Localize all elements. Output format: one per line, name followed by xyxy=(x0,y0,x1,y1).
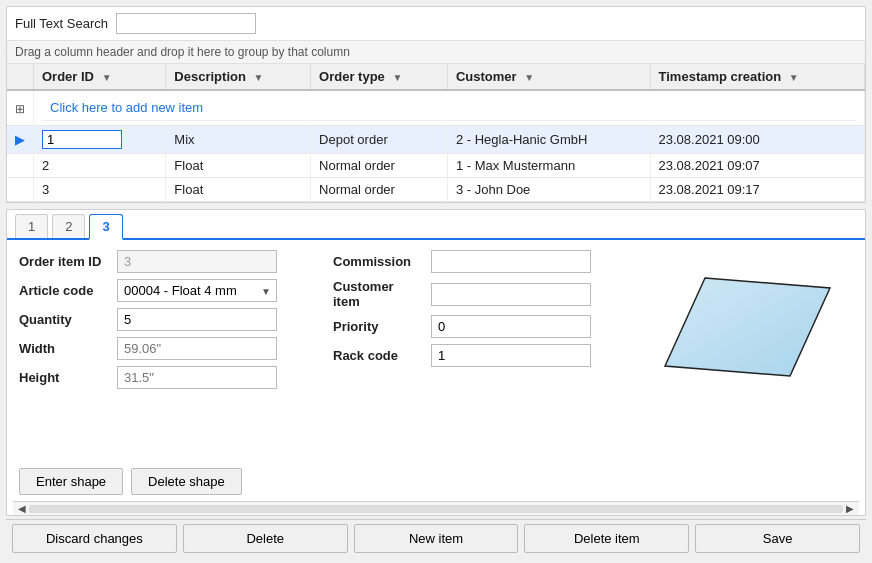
col-description[interactable]: Description ▼ xyxy=(166,64,311,90)
sort-icon-order-id: ▼ xyxy=(102,72,112,83)
label-commission: Commission xyxy=(333,254,423,269)
label-order-item-id: Order item ID xyxy=(19,254,109,269)
delete-item-button[interactable]: Delete item xyxy=(524,524,689,553)
form-row-priority: Priority xyxy=(333,315,637,338)
article-code-wrapper: 00004 - Float 4 mm ▼ xyxy=(117,279,277,302)
horizontal-scrollbar[interactable]: ◀ ▶ xyxy=(13,501,859,515)
select-article-code[interactable]: 00004 - Float 4 mm xyxy=(117,279,277,302)
form-row-article-code: Article code 00004 - Float 4 mm ▼ xyxy=(19,279,323,302)
input-rack-code[interactable] xyxy=(431,344,591,367)
input-commission[interactable] xyxy=(431,250,591,273)
form-area: Order item ID Article code 00004 - Float… xyxy=(7,240,865,462)
input-height[interactable] xyxy=(117,366,277,389)
cell-description-3: Float xyxy=(166,178,311,202)
shape-svg xyxy=(655,258,845,398)
cell-timestamp-3: 23.08.2021 09:17 xyxy=(650,178,864,202)
top-panel: Full Text Search Drag a column header an… xyxy=(6,6,866,203)
form-left: Order item ID Article code 00004 - Float… xyxy=(19,250,323,452)
label-article-code: Article code xyxy=(19,283,109,298)
cell-order-type-2: Normal order xyxy=(311,154,448,178)
sort-icon-timestamp: ▼ xyxy=(789,72,799,83)
table-row[interactable]: 3 Float Normal order 3 - John Doe 23.08.… xyxy=(7,178,865,202)
tab-2[interactable]: 2 xyxy=(52,214,85,238)
cell-timestamp-1: 23.08.2021 09:00 xyxy=(650,126,864,154)
cell-customer-1: 2 - Hegla-Hanic GmbH xyxy=(447,126,650,154)
form-row-customer-item: Customer item xyxy=(333,279,637,309)
tab-1[interactable]: 1 xyxy=(15,214,48,238)
form-row-rack-code: Rack code xyxy=(333,344,637,367)
row-indicator-1: ▶ xyxy=(7,126,34,154)
col-order-type[interactable]: Order type ▼ xyxy=(311,64,448,90)
shape-area xyxy=(647,250,853,452)
add-new-link[interactable]: Click here to add new item xyxy=(42,95,856,121)
delete-shape-button[interactable]: Delete shape xyxy=(131,468,242,495)
label-quantity: Quantity xyxy=(19,312,109,327)
cell-order-id-2: 2 xyxy=(34,154,166,178)
row-indicator-3 xyxy=(7,178,34,202)
cell-customer-3: 3 - John Doe xyxy=(447,178,650,202)
cell-order-type-3: Normal order xyxy=(311,178,448,202)
table-row[interactable]: 2 Float Normal order 1 - Max Mustermann … xyxy=(7,154,865,178)
form-row-order-item-id: Order item ID xyxy=(19,250,323,273)
grid-icon: ⊞ xyxy=(15,102,25,116)
enter-shape-button[interactable]: Enter shape xyxy=(19,468,123,495)
cell-customer-2: 1 - Max Mustermann xyxy=(447,154,650,178)
main-container: Full Text Search Drag a column header an… xyxy=(0,0,872,563)
new-item-button[interactable]: New item xyxy=(354,524,519,553)
search-label: Full Text Search xyxy=(15,16,108,31)
edit-order-id-1[interactable] xyxy=(42,130,122,149)
svg-marker-0 xyxy=(665,278,830,376)
table-row[interactable]: ▶ Mix Depot order 2 - Hegla-Hanic GmbH 2… xyxy=(7,126,865,154)
scrollbar-track[interactable] xyxy=(29,505,843,513)
shape-buttons-row: Enter shape Delete shape xyxy=(7,462,865,501)
label-rack-code: Rack code xyxy=(333,348,423,363)
label-height: Height xyxy=(19,370,109,385)
input-quantity[interactable] xyxy=(117,308,277,331)
input-customer-item[interactable] xyxy=(431,283,591,306)
row-indicator-2 xyxy=(7,154,34,178)
label-customer-item: Customer item xyxy=(333,279,423,309)
delete-button[interactable]: Delete xyxy=(183,524,348,553)
form-row-height: Height xyxy=(19,366,323,389)
input-width[interactable] xyxy=(117,337,277,360)
col-timestamp[interactable]: Timestamp creation ▼ xyxy=(650,64,864,90)
add-new-row[interactable]: ⊞ Click here to add new item xyxy=(7,90,865,126)
sort-icon-customer: ▼ xyxy=(524,72,534,83)
form-right: Commission Customer item Priority Rack c… xyxy=(333,250,637,452)
cell-order-id-3: 3 xyxy=(34,178,166,202)
sort-icon-order-type: ▼ xyxy=(392,72,402,83)
shape-canvas xyxy=(655,258,845,398)
cell-order-type-1: Depot order xyxy=(311,126,448,154)
input-order-item-id[interactable] xyxy=(117,250,277,273)
col-order-id[interactable]: Order ID ▼ xyxy=(34,64,166,90)
form-row-quantity: Quantity xyxy=(19,308,323,331)
form-row-commission: Commission xyxy=(333,250,637,273)
label-priority: Priority xyxy=(333,319,423,334)
sort-icon-description: ▼ xyxy=(254,72,264,83)
scroll-left-icon[interactable]: ◀ xyxy=(15,503,29,514)
tabs-row: 1 2 3 xyxy=(7,210,865,240)
bottom-toolbar: Discard changes Delete New item Delete i… xyxy=(6,519,866,557)
cell-order-id-1[interactable] xyxy=(34,126,166,154)
tab-3[interactable]: 3 xyxy=(89,214,122,240)
col-customer[interactable]: Customer ▼ xyxy=(447,64,650,90)
form-row-width: Width xyxy=(19,337,323,360)
bottom-panel: 1 2 3 Order item ID Article code 00004 -… xyxy=(6,209,866,516)
search-input[interactable] xyxy=(116,13,256,34)
search-bar: Full Text Search xyxy=(7,7,865,41)
label-width: Width xyxy=(19,341,109,356)
drag-hint: Drag a column header and drop it here to… xyxy=(7,41,865,64)
cell-timestamp-2: 23.08.2021 09:07 xyxy=(650,154,864,178)
input-priority[interactable] xyxy=(431,315,591,338)
orders-table: Order ID ▼ Description ▼ Order type ▼ Cu… xyxy=(7,64,865,202)
discard-changes-button[interactable]: Discard changes xyxy=(12,524,177,553)
cell-description-2: Float xyxy=(166,154,311,178)
row-indicator-header xyxy=(7,64,34,90)
cell-description-1: Mix xyxy=(166,126,311,154)
save-button[interactable]: Save xyxy=(695,524,860,553)
scroll-right-icon[interactable]: ▶ xyxy=(843,503,857,514)
